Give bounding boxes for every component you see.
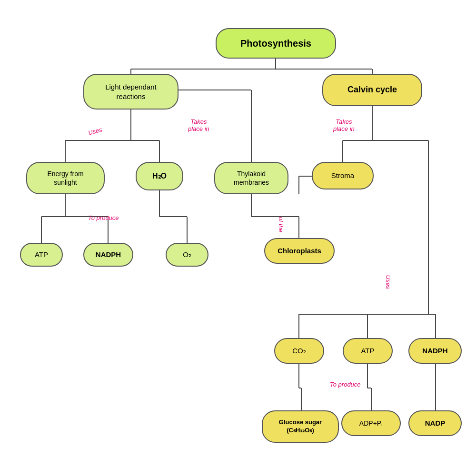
h2o-label: H₂O bbox=[152, 171, 167, 181]
takes-place-in-right-label: Takesplace in bbox=[333, 118, 355, 132]
atp-right-node: ATP bbox=[343, 338, 393, 364]
thylakoid-label: Thylakoidmembranes bbox=[234, 169, 269, 187]
chloroplasts-label: Chloroplasts bbox=[278, 246, 321, 256]
photosynthesis-label: Photosynthesis bbox=[240, 37, 311, 50]
energy-sunlight-label: Energy fromsunlight bbox=[47, 169, 83, 187]
to-produce-left-label: To produce bbox=[88, 214, 119, 221]
calvin-cycle-node: Calvin cycle bbox=[322, 74, 422, 106]
atp-left-node: ATP bbox=[20, 243, 63, 267]
stroma-label: Stroma bbox=[331, 171, 354, 180]
of-the-label: of the bbox=[278, 217, 285, 233]
nadp-label: NADP bbox=[425, 418, 446, 428]
nadph-left-label: NADPH bbox=[96, 250, 121, 259]
nadph-right-label: NADPH bbox=[422, 346, 447, 356]
calvin-cycle-label: Calvin cycle bbox=[347, 84, 397, 95]
nadph-left-node: NADPH bbox=[83, 243, 133, 267]
o2-label: O₂ bbox=[183, 250, 191, 259]
photosynthesis-node: Photosynthesis bbox=[216, 28, 336, 59]
nadph-right-node: NADPH bbox=[408, 338, 462, 364]
chloroplasts-node: Chloroplasts bbox=[264, 238, 335, 264]
glucose-label: Glucose sugar(C₆H₁₂O₆) bbox=[279, 418, 322, 435]
energy-sunlight-node: Energy fromsunlight bbox=[26, 162, 105, 194]
light-reactions-node: Light dependantreactions bbox=[83, 74, 178, 110]
o2-node: O₂ bbox=[166, 243, 208, 267]
adp-pi-node: ADP+Pᵢ bbox=[341, 410, 401, 436]
adp-pi-label: ADP+Pᵢ bbox=[359, 419, 383, 428]
uses-left-label: Uses bbox=[88, 126, 103, 136]
stroma-node: Stroma bbox=[312, 162, 374, 189]
to-produce-right-label: To produce bbox=[330, 381, 361, 388]
light-reactions-label: Light dependantreactions bbox=[105, 82, 157, 101]
h2o-node: H₂O bbox=[136, 162, 183, 190]
nadp-node: NADP bbox=[408, 410, 462, 436]
glucose-node: Glucose sugar(C₆H₁₂O₆) bbox=[262, 410, 339, 443]
atp-right-label: ATP bbox=[361, 346, 374, 356]
co2-label: CO₂ bbox=[292, 346, 306, 356]
co2-node: CO₂ bbox=[274, 338, 324, 364]
takes-place-in-left-label: Takesplace in bbox=[188, 118, 209, 132]
thylakoid-node: Thylakoidmembranes bbox=[214, 162, 288, 194]
atp-left-label: ATP bbox=[35, 250, 48, 259]
uses-right-label: Uses bbox=[385, 275, 392, 289]
